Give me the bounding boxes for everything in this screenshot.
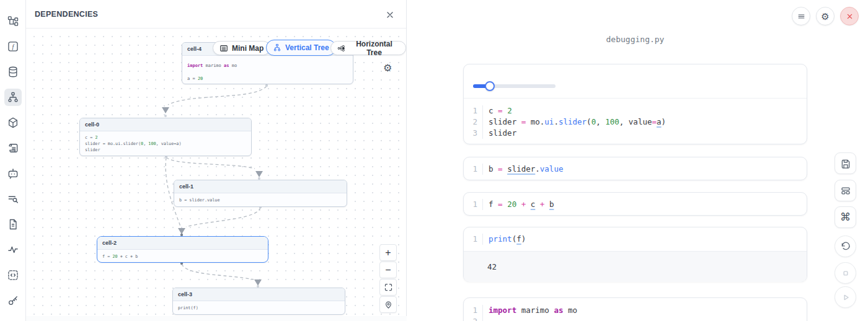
node-title: cell-3 <box>173 288 345 301</box>
horizontal-tree-icon <box>337 44 345 53</box>
dependency-graph-icon <box>7 91 19 103</box>
sidebar-item-logs[interactable] <box>4 190 22 208</box>
sidebar-item-documentation[interactable] <box>4 139 22 157</box>
notebook-cell: 1print(f) 42 <box>463 227 807 282</box>
dependencies-panel: DEPENDENCIES <box>26 0 407 316</box>
line-number: 1 <box>464 164 482 175</box>
line-number: 1 <box>464 105 482 117</box>
graph-node-cell-0[interactable]: cell-0 c = 2 slider = mo.ui.slider(0, 10… <box>79 118 252 156</box>
close-icon <box>385 10 395 20</box>
fit-view-button[interactable] <box>379 279 397 296</box>
sidebar-item-file-explorer[interactable] <box>4 12 22 30</box>
sidebar-item-scratchpad[interactable] <box>4 317 22 321</box>
code-line[interactable]: slider = mo.ui.slider(0, 100, value=a) <box>482 117 807 128</box>
notebook-settings-button[interactable]: ⚙ <box>816 7 835 25</box>
code-line[interactable]: b = slider.value <box>482 164 807 175</box>
activity-pulse-icon <box>7 244 19 256</box>
shutdown-button[interactable] <box>840 7 859 25</box>
run-all-button[interactable] <box>835 286 856 308</box>
sidebar-item-dependencies[interactable] <box>4 89 22 106</box>
sidebar-item-snippets[interactable] <box>4 266 22 284</box>
code-editor: 1print(f) <box>464 227 807 251</box>
layout-select-button[interactable] <box>835 180 856 201</box>
minus-icon: − <box>385 265 391 276</box>
code-line[interactable]: print(f) <box>482 234 807 245</box>
sidebar-item-packages[interactable] <box>4 114 22 131</box>
undo-arrow-icon <box>840 241 851 252</box>
package-cube-icon <box>7 117 19 129</box>
node-code-line: a = 20 <box>187 73 348 86</box>
sidebar-item-functions[interactable]: f <box>4 38 22 55</box>
node-title: cell-1 <box>174 180 347 193</box>
close-panel-button[interactable] <box>384 9 396 21</box>
line-number: 2 <box>464 117 482 128</box>
code-line[interactable]: c = 2 <box>482 105 807 117</box>
map-pin-icon <box>384 300 393 309</box>
chat-bot-icon <box>7 167 19 180</box>
sidebar-item-secrets[interactable] <box>4 292 22 309</box>
sidebar-item-files[interactable] <box>4 216 22 233</box>
plus-icon: + <box>385 247 391 258</box>
panel-bottom-strip <box>0 316 407 321</box>
notebook-cell: 1import marimo as mo 2 <box>463 297 807 321</box>
notebook-cell: 1b = slider.value <box>463 157 807 180</box>
stop-square-icon <box>840 268 851 279</box>
graph-node-cell-1[interactable]: cell-1 b = slider.value <box>174 180 347 207</box>
zoom-in-button[interactable]: + <box>379 244 397 261</box>
undo-button[interactable] <box>835 235 856 257</box>
hamburger-menu-icon <box>797 12 806 21</box>
node-code-line: b = slider.value <box>179 196 342 204</box>
graph-node-cell-2-selected[interactable]: cell-2 f = 20 + c + b <box>97 236 268 263</box>
interrupt-button[interactable] <box>835 262 856 284</box>
node-code-line: print(f) <box>178 304 340 312</box>
line-number: 1 <box>464 305 482 316</box>
notebook-menu-button[interactable] <box>792 7 810 25</box>
cell-console-output: 42 <box>464 251 807 282</box>
graph-settings-gear-icon[interactable]: ⚙ <box>383 63 392 73</box>
file-tree-icon <box>7 15 19 27</box>
horizontal-tree-label: Horizontal Tree <box>349 40 399 57</box>
list-search-icon <box>7 193 19 205</box>
node-code-line: c = 2 <box>85 134 246 141</box>
sidebar-item-tracing[interactable] <box>4 241 22 258</box>
node-code-line: import marimo as mo <box>187 59 348 73</box>
svg-text:f: f <box>12 43 14 50</box>
command-icon: ⌘ <box>840 212 851 222</box>
code-line[interactable] <box>482 316 807 321</box>
save-floppy-icon <box>840 158 851 169</box>
mini-map-button[interactable]: Mini Map <box>213 41 270 55</box>
sidebar: f <box>0 0 26 321</box>
cell-output-area <box>464 64 807 98</box>
line-number: 2 <box>464 316 482 321</box>
code-editor: 1c = 2 2slider = mo.ui.slider(0, 100, va… <box>464 98 807 145</box>
save-button[interactable] <box>835 152 856 174</box>
function-icon: f <box>7 40 19 53</box>
play-icon <box>840 292 851 303</box>
keyboard-shortcuts-button[interactable]: ⌘ <box>835 206 856 228</box>
node-title: cell-0 <box>80 118 251 131</box>
layout-panels-icon <box>840 185 851 196</box>
sidebar-item-datasources[interactable] <box>4 63 22 81</box>
vertical-tree-button[interactable]: Vertical Tree <box>266 40 336 56</box>
graph-node-cell-3[interactable]: cell-3 print(f) <box>172 288 345 315</box>
lock-viewport-button[interactable] <box>379 296 397 313</box>
database-icon <box>7 66 19 78</box>
code-line[interactable]: slider <box>482 128 807 139</box>
zoom-out-button[interactable]: − <box>379 262 397 278</box>
mini-map-label: Mini Map <box>232 44 264 53</box>
code-square-icon <box>7 269 19 281</box>
code-line[interactable]: import marimo as mo <box>482 305 807 316</box>
node-title: cell-2 <box>97 237 268 250</box>
dependency-graph-canvas[interactable]: cell-4 import marimo as mo a = 20 cell-0… <box>26 29 406 316</box>
notebook-filename[interactable]: debugging.py <box>463 35 807 44</box>
slider-widget[interactable] <box>473 81 556 91</box>
node-code-line: slider <box>85 147 246 153</box>
code-editor: 1import marimo as mo 2 <box>464 298 807 321</box>
mini-map-icon <box>219 44 228 53</box>
horizontal-tree-button[interactable]: Horizontal Tree <box>330 41 406 55</box>
sidebar-item-chat[interactable] <box>4 165 22 182</box>
key-icon <box>7 294 19 307</box>
slider-handle[interactable] <box>485 81 495 91</box>
code-line[interactable]: f = 20 + c + b <box>482 199 807 210</box>
node-code-line: f = 20 + c + b <box>102 253 263 260</box>
